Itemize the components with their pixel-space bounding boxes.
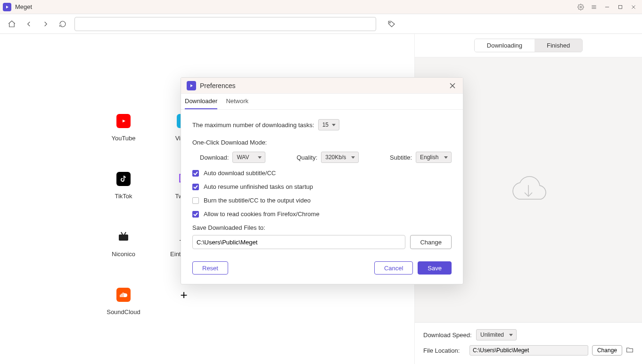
download-format-select[interactable]: WAV [232,152,265,163]
checkbox-burn-subtitle[interactable] [192,197,199,204]
svg-marker-0 [6,6,8,8]
svg-marker-16 [190,84,193,87]
svg-marker-10 [123,120,125,122]
site-tiktok[interactable]: TikTok [93,172,154,200]
svg-line-14 [121,232,123,235]
tab-downloader[interactable]: Downloader [185,94,217,109]
checkbox-auto-resume[interactable] [192,184,199,190]
download-format-value: WAV [237,154,249,161]
site-soundcloud[interactable]: SoundCloud [93,288,154,315]
save-to-label: Save Downloaded Files to: [192,224,452,231]
home-icon[interactable] [7,19,17,29]
checkbox-label: Allow to read cookies from Firefox/Chrom… [204,210,320,218]
bottom-panel: Download Speed: Unlimited File Location:… [415,322,642,364]
cloud-download-icon [505,171,552,209]
subtitle-value: English [420,154,438,161]
minimize-icon[interactable] [601,1,613,13]
checkbox-label: Auto resume unfinished tasks on startup [204,183,313,190]
reload-icon[interactable] [58,19,68,29]
checkbox-read-cookies[interactable] [192,211,199,218]
site-add[interactable]: + [154,288,214,315]
dialog-title: Preferences [200,82,235,89]
max-tasks-value: 15 [322,121,329,128]
speed-select[interactable]: Unlimited [476,329,517,340]
maximize-icon[interactable] [615,1,626,13]
location-input[interactable] [469,345,588,356]
reset-button[interactable]: Reset [192,261,228,275]
preferences-dialog: Preferences Downloader Network The maxim… [181,77,463,284]
app-title: Meget [15,3,32,10]
speed-label: Download Speed: [423,332,472,339]
svg-point-1 [580,6,582,8]
plus-icon: + [177,288,191,302]
close-icon[interactable] [628,1,639,13]
svg-rect-13 [119,235,128,241]
folder-icon[interactable] [626,347,634,355]
menu-icon[interactable] [588,1,600,13]
tab-finished[interactable]: Finished [535,39,582,52]
change-button[interactable]: Change [410,235,452,249]
max-tasks-label: The maximum number of downloading tasks: [192,121,314,129]
site-label: YouTube [93,135,154,142]
soundcloud-icon [116,288,131,302]
oneclick-heading: One-Click Download Mode: [192,139,452,146]
checkbox-label: Burn the subtitle/CC to the output video [204,197,311,204]
gear-icon[interactable] [575,1,586,13]
checkbox-label: Auto download subtitle/CC [204,170,276,177]
checkbox-auto-subtitle[interactable] [192,170,199,177]
url-input[interactable] [74,17,376,31]
save-path-input[interactable] [192,235,405,249]
titlebar: Meget [0,0,642,14]
svg-rect-6 [619,5,622,8]
site-niconico[interactable]: Niconico [93,230,154,258]
quality-select[interactable]: 320Kb/s [321,152,359,163]
youtube-icon [116,114,131,128]
site-youtube[interactable]: YouTube [93,114,154,142]
quality-value: 320Kb/s [325,154,346,161]
save-button[interactable]: Save [418,261,452,275]
speed-value: Unlimited [480,332,504,338]
back-icon[interactable] [24,19,34,29]
site-label: TikTok [93,193,154,200]
cancel-button[interactable]: Cancel [374,261,413,275]
site-label: Niconico [93,251,154,258]
app-logo-icon [187,81,196,90]
svg-point-9 [389,22,390,23]
download-label: Download: [200,154,229,161]
tiktok-icon [116,172,131,186]
close-icon[interactable] [448,82,457,89]
location-label: File Location: [423,347,466,354]
toolbar [0,14,642,34]
quality-label: Quality: [296,154,317,161]
tab-network[interactable]: Network [226,94,248,109]
niconico-icon [116,230,131,244]
tag-icon[interactable] [387,19,397,29]
max-tasks-select[interactable]: 15 [318,119,339,130]
subtitle-select[interactable]: English [416,152,452,163]
forward-icon[interactable] [41,19,51,29]
download-tabs: Downloading Finished [474,39,583,52]
site-label: SoundCloud [93,308,154,315]
tab-downloading[interactable]: Downloading [475,39,535,52]
location-change-button[interactable]: Change [592,345,622,356]
svg-line-15 [124,232,126,235]
app-logo [3,3,11,11]
subtitle-label: Subtitle: [390,154,412,161]
